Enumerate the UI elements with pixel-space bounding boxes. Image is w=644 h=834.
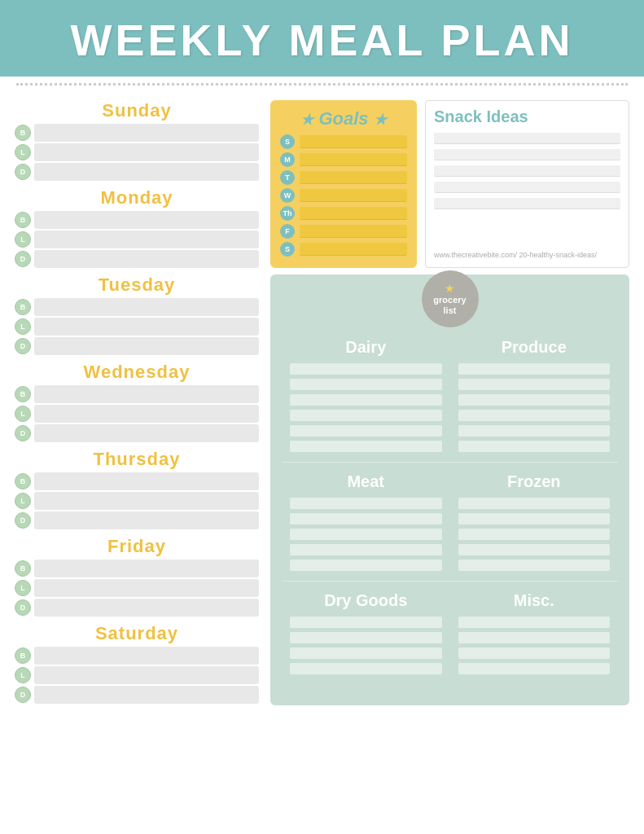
goals-input-line[interactable] bbox=[300, 189, 407, 202]
goals-input-line[interactable] bbox=[300, 171, 407, 184]
category-input-line[interactable] bbox=[290, 498, 442, 509]
meal-rows: BLD bbox=[15, 211, 259, 268]
meal-input-line[interactable] bbox=[34, 647, 259, 665]
category-lines bbox=[458, 617, 611, 674]
category-input-line[interactable] bbox=[458, 441, 611, 452]
meal-row: B bbox=[15, 385, 259, 403]
category-input-line[interactable] bbox=[290, 529, 442, 540]
day-initial-badge: F bbox=[280, 224, 295, 239]
category-input-line[interactable] bbox=[458, 394, 611, 406]
grocery-category-dairy: Dairy bbox=[282, 331, 450, 459]
meal-input-line[interactable] bbox=[34, 424, 259, 442]
meal-input-line[interactable] bbox=[34, 230, 259, 248]
category-lines bbox=[458, 498, 611, 571]
category-input-line[interactable] bbox=[458, 363, 611, 375]
category-input-line[interactable] bbox=[458, 617, 611, 628]
category-input-line[interactable] bbox=[290, 441, 442, 452]
category-input-line[interactable] bbox=[458, 410, 611, 421]
goals-day-row: F bbox=[280, 224, 407, 239]
meal-input-line[interactable] bbox=[34, 599, 259, 617]
category-input-line[interactable] bbox=[458, 498, 611, 509]
meal-input-line[interactable] bbox=[34, 124, 259, 142]
category-input-line[interactable] bbox=[458, 632, 611, 643]
category-input-line[interactable] bbox=[290, 663, 442, 674]
snack-line bbox=[434, 149, 620, 160]
category-input-line[interactable] bbox=[290, 617, 442, 628]
category-input-line[interactable] bbox=[290, 394, 442, 406]
category-input-line[interactable] bbox=[458, 425, 611, 437]
meal-row: B bbox=[15, 560, 259, 577]
grocery-grid: DairyProduceMeatFrozenDry GoodsMisc. bbox=[282, 331, 618, 681]
category-input-line[interactable] bbox=[290, 363, 442, 375]
grocery-horizontal-divider bbox=[282, 581, 618, 582]
meal-input-line[interactable] bbox=[34, 560, 259, 577]
meal-badge: L bbox=[15, 318, 31, 335]
meal-input-line[interactable] bbox=[34, 511, 259, 529]
category-input-line[interactable] bbox=[290, 379, 442, 390]
meal-input-line[interactable] bbox=[34, 337, 259, 355]
meal-row: L bbox=[15, 143, 259, 161]
category-title: Dairy bbox=[290, 338, 442, 357]
meal-input-line[interactable] bbox=[34, 579, 259, 597]
grocery-badge-text: grocerylist bbox=[433, 295, 466, 316]
category-input-line[interactable] bbox=[290, 513, 442, 525]
day-label: Sunday bbox=[15, 100, 259, 121]
meal-input-line[interactable] bbox=[34, 318, 259, 336]
day-initial-badge: T bbox=[280, 170, 295, 185]
meal-input-line[interactable] bbox=[34, 211, 259, 229]
grocery-star-icon: ★ bbox=[445, 282, 455, 295]
meal-input-line[interactable] bbox=[34, 143, 259, 161]
goals-day-row: T bbox=[280, 170, 407, 185]
goals-input-line[interactable] bbox=[300, 225, 407, 238]
meal-input-line[interactable] bbox=[34, 163, 259, 181]
goals-input-line[interactable] bbox=[300, 153, 407, 166]
category-input-line[interactable] bbox=[290, 410, 442, 421]
category-input-line[interactable] bbox=[458, 544, 611, 555]
main-content: SundayBLDMondayBLDTuesdayBLDWednesdayBLD… bbox=[0, 92, 644, 713]
meal-input-line[interactable] bbox=[34, 472, 259, 490]
meal-row: L bbox=[15, 318, 259, 336]
category-input-line[interactable] bbox=[458, 513, 611, 525]
meal-row: L bbox=[15, 579, 259, 597]
meal-badge: B bbox=[15, 473, 31, 489]
category-input-line[interactable] bbox=[290, 425, 442, 437]
goals-input-line[interactable] bbox=[300, 207, 407, 220]
meal-input-line[interactable] bbox=[34, 250, 259, 268]
meal-row: D bbox=[15, 511, 259, 529]
category-input-line[interactable] bbox=[458, 560, 611, 571]
meal-rows: BLD bbox=[15, 124, 259, 181]
category-title: Produce bbox=[458, 338, 611, 357]
star-icon-left: ★ bbox=[300, 112, 313, 128]
category-input-line[interactable] bbox=[290, 632, 442, 643]
category-input-line[interactable] bbox=[458, 529, 611, 540]
category-lines bbox=[458, 363, 611, 452]
snack-line bbox=[434, 182, 620, 193]
meal-input-line[interactable] bbox=[34, 385, 259, 403]
goals-input-line[interactable] bbox=[300, 243, 407, 256]
meal-row: B bbox=[15, 647, 259, 665]
meal-input-line[interactable] bbox=[34, 686, 259, 704]
meal-input-line[interactable] bbox=[34, 298, 259, 316]
grocery-category-produce: Produce bbox=[450, 331, 619, 459]
snack-line bbox=[434, 198, 620, 209]
meal-badge: B bbox=[15, 647, 31, 664]
day-block-thursday: ThursdayBLD bbox=[15, 449, 259, 529]
right-section: ★ Goals ★ SMTWThFS Snack Ideas w bbox=[270, 100, 629, 705]
goals-day-row: M bbox=[280, 152, 407, 167]
category-input-line[interactable] bbox=[458, 647, 611, 659]
meal-input-line[interactable] bbox=[34, 666, 259, 684]
meal-badge: D bbox=[15, 425, 31, 441]
category-input-line[interactable] bbox=[458, 379, 611, 390]
meal-input-line[interactable] bbox=[34, 405, 259, 423]
snack-box: Snack Ideas www.thecreativebite.com/ 20-… bbox=[425, 100, 629, 268]
goals-input-line[interactable] bbox=[300, 135, 407, 148]
meal-input-line[interactable] bbox=[34, 492, 259, 510]
category-input-line[interactable] bbox=[290, 647, 442, 659]
day-label: Friday bbox=[15, 536, 259, 557]
grocery-section: ★ grocerylist DairyProduceMeatFrozenDry … bbox=[270, 274, 629, 705]
category-input-line[interactable] bbox=[290, 544, 442, 555]
meal-rows: BLD bbox=[15, 298, 259, 355]
category-input-line[interactable] bbox=[290, 560, 442, 571]
category-input-line[interactable] bbox=[458, 663, 611, 674]
day-initial-badge: W bbox=[280, 188, 295, 203]
